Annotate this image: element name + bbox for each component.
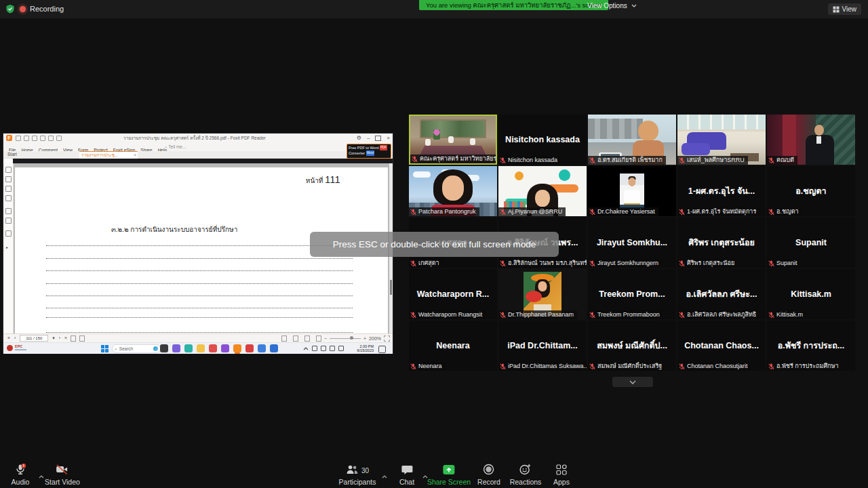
snapshot-icon[interactable] bbox=[71, 336, 76, 342]
participants-button[interactable]: 30Participants bbox=[339, 465, 376, 486]
participant-tile[interactable]: อ.เลิศวัลลภ ศรีษะ...อ.เลิศวัลลภ ศรีษะพลภ… bbox=[677, 269, 766, 319]
book-view-icon[interactable] bbox=[316, 336, 321, 342]
audio-menu-chevron-icon[interactable] bbox=[39, 469, 44, 481]
participant-tile[interactable]: Watcharaporn R...Watcharaporn Ruangsit bbox=[409, 269, 497, 319]
muted-mic-icon bbox=[768, 260, 774, 267]
participant-tile[interactable]: Dr.Thipphanet Pasanam bbox=[498, 269, 587, 319]
participant-tile[interactable]: อ.ชญดาอ.ชญดา bbox=[767, 166, 855, 216]
quick-access-toolbar[interactable] bbox=[16, 136, 62, 141]
record-button[interactable]: Record bbox=[477, 465, 500, 486]
prev-page-button[interactable]: ‹ bbox=[14, 334, 16, 342]
system-tray[interactable] bbox=[303, 346, 344, 351]
sidebar-panel-icon[interactable] bbox=[5, 186, 12, 192]
participant-tile[interactable]: Treekom Prom...Treekom Prommaboon bbox=[588, 269, 676, 319]
participant-tile[interactable]: Dr.Chakree Yasiersat bbox=[588, 166, 676, 216]
participant-tile[interactable]: Kittisak.mKittisak.m bbox=[767, 269, 855, 319]
tab-start[interactable]: Start bbox=[7, 151, 17, 158]
sidebar-panel-icon[interactable] bbox=[5, 208, 12, 214]
loop-icon[interactable] bbox=[221, 344, 229, 352]
taskbar-clock[interactable]: 2:30 PM 6/15/2023 bbox=[357, 344, 374, 353]
single-page-view-icon[interactable] bbox=[281, 336, 287, 342]
muted-mic-icon bbox=[589, 209, 595, 216]
reactions-label: Reactions bbox=[510, 478, 542, 486]
continuous-view-icon[interactable] bbox=[293, 336, 298, 342]
windows-start-button[interactable] bbox=[101, 345, 108, 352]
muted-mic-icon bbox=[679, 312, 685, 319]
view-options-button[interactable]: View Options bbox=[587, 1, 637, 10]
share-button[interactable]: Share Screen bbox=[427, 465, 471, 486]
zoom-out-button[interactable]: − bbox=[324, 336, 327, 341]
sidebar-panel-icon[interactable] bbox=[5, 167, 12, 173]
smiley-plus-icon bbox=[519, 464, 532, 478]
clipboard-icon[interactable] bbox=[79, 336, 85, 342]
participant-name-label: Patchara Pantongruk bbox=[409, 207, 479, 216]
teams-chat-icon[interactable] bbox=[172, 344, 180, 352]
sidebar-panel-icon[interactable] bbox=[5, 176, 12, 182]
start-video-button[interactable]: Start Video bbox=[45, 465, 80, 486]
participant-tile[interactable]: Chotanan Chaos...Chotanan Chaosutjarit bbox=[677, 321, 766, 371]
audio-button[interactable]: !Audio bbox=[12, 465, 30, 486]
participant-tile[interactable]: อ.พัชรี การประถ...อ.พัชรี การประถมศึกษา bbox=[767, 321, 855, 371]
recording-indicator: Recording bbox=[30, 5, 64, 13]
first-page-button[interactable]: « bbox=[7, 334, 10, 342]
pdf-navigation-sidebar[interactable]: ▸ bbox=[3, 163, 14, 333]
taskbar-search-box[interactable]: ⌕Search bbox=[112, 344, 161, 353]
collapse-grid-button[interactable] bbox=[612, 377, 653, 387]
sidebar-panel-icon[interactable] bbox=[5, 218, 12, 224]
video-off-icon bbox=[56, 464, 68, 478]
sidebar-panel-icon[interactable] bbox=[5, 195, 12, 201]
map-pin-icon[interactable] bbox=[209, 344, 217, 352]
participant-tile[interactable]: NeenaraNeenara bbox=[409, 321, 497, 371]
onenote-icon[interactable] bbox=[160, 344, 168, 352]
vscode-icon[interactable] bbox=[270, 344, 278, 352]
participant-tile[interactable]: Jirayut Somkhu...Jirayut Somkhunngern bbox=[588, 218, 676, 268]
word-online-icon[interactable] bbox=[258, 344, 266, 352]
participant-tile[interactable]: iPad Dr.Chittam...iPad Dr.Chittamas Suks… bbox=[498, 321, 587, 371]
participant-tile[interactable]: เสน่ห์_พลศึกษาSRRU bbox=[677, 115, 766, 165]
chat-button[interactable]: Chat bbox=[399, 465, 414, 486]
foxit-reader-icon[interactable] bbox=[233, 344, 241, 352]
pdf-to-word-promo-popup[interactable]: Free PDF to Word PDF Converter Word bbox=[347, 144, 391, 159]
windows-taskbar: EPC ⌕Search 2:30 PM 6/15/2023 bbox=[3, 342, 393, 354]
page-dropdown-chevron-icon[interactable]: ▾ bbox=[52, 334, 55, 342]
pdf-app-icon[interactable] bbox=[245, 344, 254, 352]
next-page-button[interactable]: › bbox=[59, 334, 60, 342]
muted-mic-icon bbox=[500, 312, 506, 319]
participant-tile[interactable]: อ.ดร.สมเกียรติ เพ็ชรมาก bbox=[588, 115, 676, 165]
participant-tile[interactable]: ศิริพร เกตุสระน้อยศิริพร เกตุสระน้อย bbox=[677, 218, 766, 268]
tell-me-search[interactable]: ⌕ Tell me... bbox=[165, 142, 186, 151]
muted-mic-icon bbox=[410, 363, 416, 370]
view-button[interactable]: View bbox=[828, 3, 862, 15]
edge-icon[interactable] bbox=[184, 344, 193, 352]
participant-tile[interactable]: คณบดี bbox=[767, 115, 855, 165]
document-heading: ๓.๒.๒ การดำเนินงานระบบอาจารย์ที่ปรึกษา bbox=[111, 224, 237, 235]
participant-tile[interactable]: Patchara Pantongruk bbox=[409, 166, 497, 216]
participant-tile[interactable]: Nisitchon kassadaNisitchon kassada bbox=[498, 115, 587, 165]
participant-tile[interactable]: 1-ผศ.ดร.อุไร จัน...1-ผศ.ดร.อุไร จันทมัตต… bbox=[677, 166, 766, 216]
participants-menu-chevron-icon[interactable] bbox=[382, 469, 387, 481]
participant-tile[interactable]: สมพงษ์ มณีศักดิ์ป...สมพงษ์ มณีศักดิ์ประเ… bbox=[588, 321, 676, 371]
participant-tile[interactable]: SupanitSupanit bbox=[767, 218, 855, 268]
participant-tile[interactable]: คณะครุศาสตร์ มหาวิทยาลัยราชภัฏ... bbox=[409, 115, 497, 165]
page-number-box[interactable]: 111 / 150 bbox=[20, 335, 48, 342]
fullscreen-icon[interactable] bbox=[384, 336, 390, 342]
facing-view-icon[interactable] bbox=[304, 336, 310, 342]
sidebar-expand-icon[interactable]: ▸ bbox=[6, 245, 8, 249]
reactions-button[interactable]: Reactions bbox=[510, 465, 542, 486]
pdf-window-controls[interactable]: ⚙–× bbox=[357, 134, 390, 142]
zoom-slider[interactable] bbox=[330, 338, 361, 339]
chevron-down-icon bbox=[629, 380, 636, 384]
viewing-banner-text: You are viewing คณะครุศาสตร์ มหาวิทยาลัย… bbox=[426, 0, 601, 10]
participant-name-label: อ.เลิศวัลลภ ศรีษะพลภูสิทธิ bbox=[677, 310, 760, 319]
record-label: Record bbox=[477, 478, 500, 486]
zoom-in-button[interactable]: + bbox=[363, 336, 366, 341]
participant-tile[interactable]: Aj.Piyanun @SRRU bbox=[498, 166, 587, 216]
sidebar-panel-icon[interactable] bbox=[5, 230, 12, 237]
dotted-line bbox=[46, 317, 353, 318]
share-screen-icon bbox=[443, 464, 455, 478]
notification-center-button[interactable] bbox=[378, 346, 386, 353]
tab-document[interactable]: รายงานการประชุ...× bbox=[79, 151, 138, 159]
file-explorer-icon[interactable] bbox=[197, 344, 205, 352]
apps-button[interactable]: Apps bbox=[553, 465, 570, 486]
last-page-button[interactable]: » bbox=[64, 334, 67, 342]
